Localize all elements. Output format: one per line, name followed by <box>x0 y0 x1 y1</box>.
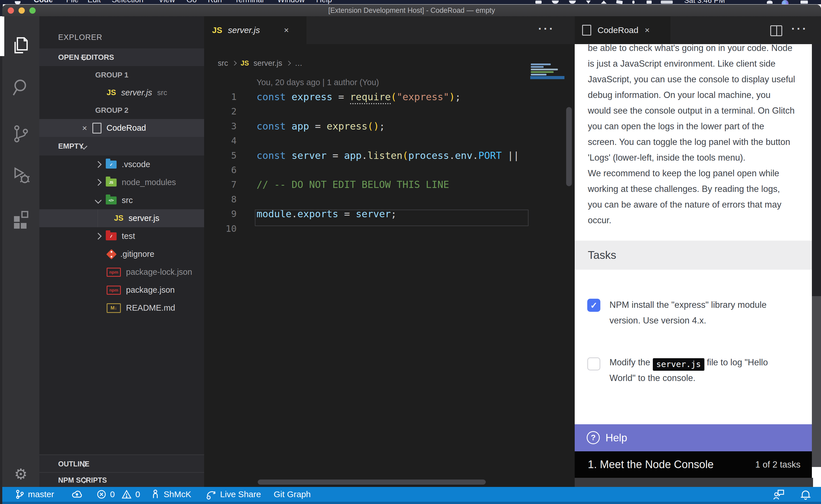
feedback-icon <box>772 488 785 500</box>
open-editor-label: CodeRoad <box>107 123 146 133</box>
editor-vertical-scrollbar[interactable] <box>566 107 572 186</box>
breadcrumb[interactable]: src JS server.js … <box>218 56 303 71</box>
menu-item-help[interactable]: Help <box>316 0 332 4</box>
close-tab-icon[interactable]: × <box>284 25 289 35</box>
control-center-icon[interactable] <box>800 1 808 4</box>
account-status-item[interactable]: ShMcK <box>150 487 191 502</box>
git-graph-status-item[interactable]: Git Graph <box>274 487 311 502</box>
tree-item-readme[interactable]: M↓ README.md <box>39 299 204 317</box>
errors-icon <box>96 489 107 499</box>
branch-status-item[interactable]: master <box>15 487 54 502</box>
cursor-status-icon[interactable] <box>586 1 591 4</box>
menu-item-window[interactable]: Window <box>277 0 305 4</box>
close-icon[interactable]: × <box>82 123 87 133</box>
current-line-highlight <box>255 210 528 226</box>
problems-status-item[interactable]: 0 0 <box>96 487 140 502</box>
outline-section-header[interactable]: OUTLINE <box>39 454 204 473</box>
close-tab-icon[interactable]: × <box>645 25 650 35</box>
tree-item-serverjs[interactable]: JS server.js <box>39 209 204 227</box>
feedback-status-item[interactable] <box>772 487 785 502</box>
mic-status-icon[interactable] <box>632 1 635 4</box>
wifi-status-icon[interactable] <box>647 1 652 4</box>
search-activity-icon[interactable] <box>2 77 39 98</box>
code-line-1[interactable]: const express = require("express"); <box>257 89 461 104</box>
play-status-icon[interactable] <box>601 1 606 4</box>
lesson-text-line: is just a JavaScript environment. Like c… <box>588 56 816 71</box>
tree-item-package-lock[interactable]: npm package-lock.json <box>39 263 204 281</box>
tab-serverjs[interactable]: JS server.js × <box>204 16 307 44</box>
lesson-text-line: you can be aware of the nature of errors… <box>588 197 816 212</box>
webview-scrollbar-track[interactable] <box>812 296 821 467</box>
lesson-text-line: be able to check what's going on in your… <box>588 44 816 56</box>
open-editors-header[interactable]: OPEN EDITORS <box>39 48 204 66</box>
source-control-icon <box>12 124 30 144</box>
tree-item-node-modules[interactable]: JS node_modules <box>39 173 204 191</box>
menu-item-code[interactable]: Code <box>34 0 53 4</box>
lesson-footer[interactable]: 1. Meet the Node Console 1 of 2 tasks <box>575 451 812 478</box>
breadcrumb-file[interactable]: server.js <box>254 59 282 68</box>
run-debug-activity-icon[interactable] <box>2 165 39 185</box>
workspace-section-header[interactable]: EMPTY <box>39 137 204 155</box>
webview-bottom-strip <box>575 478 813 487</box>
menu-item-edit[interactable]: Edit <box>87 0 101 4</box>
code-line-5[interactable]: const server = app.listen(process.env.PO… <box>257 148 529 163</box>
lesson-text-line: debug information. On your local machine… <box>588 87 816 103</box>
live-share-status-item[interactable]: Live Share <box>205 487 261 502</box>
tab-coderoad[interactable]: CodeRoad × <box>575 16 671 44</box>
pencil-status-icon[interactable] <box>616 0 623 4</box>
line-number: 4 <box>204 133 237 148</box>
task1-text-line1: NPM install the "express" library module <box>609 297 806 313</box>
sync-status-item[interactable] <box>71 487 83 502</box>
tree-item-package-json[interactable]: npm package.json <box>39 281 204 299</box>
menu-item-selection[interactable]: Selection <box>112 0 143 4</box>
explorer-activity-icon[interactable] <box>2 36 39 57</box>
tree-item-test[interactable]: ⌇ test <box>39 227 204 245</box>
shield-status-icon[interactable] <box>552 1 559 4</box>
person-icon <box>150 489 160 500</box>
editor-horizontal-scrollbar[interactable] <box>258 480 486 485</box>
code-line-3[interactable]: const app = express(); <box>257 119 385 134</box>
titlebar[interactable]: [Extension Development Host] - CodeRoad … <box>2 5 821 16</box>
menu-item-go[interactable]: Go <box>186 0 197 4</box>
settings-activity-icon[interactable]: ⚙ <box>2 466 39 483</box>
editor-actions-more-icon[interactable]: ··· <box>791 22 808 35</box>
menubar-clock[interactable]: Sat 3:46 PM <box>684 0 725 4</box>
siri-icon[interactable] <box>782 0 789 4</box>
minimap[interactable] <box>530 61 567 198</box>
tree-item-gitignore[interactable]: .gitignore <box>39 245 204 263</box>
tree-item-src[interactable]: </> src <box>39 191 204 209</box>
menu-item-run[interactable]: Run <box>208 0 222 4</box>
apple-menu-icon[interactable] <box>15 1 21 4</box>
tree-item-vscode[interactable]: ✓ .vscode <box>39 155 204 173</box>
task2-checkbox[interactable] <box>587 357 600 370</box>
battery-status-icon[interactable] <box>661 1 673 4</box>
line-number: 5 <box>204 148 237 163</box>
breadcrumb-root[interactable]: src <box>218 59 228 68</box>
notifications-status-item[interactable] <box>799 487 812 502</box>
split-editor-icon[interactable] <box>770 25 782 36</box>
live-share-icon <box>205 488 217 500</box>
phone-status-icon[interactable] <box>535 1 542 4</box>
npm-scripts-section-header[interactable]: NPM SCRIPTS <box>39 472 204 487</box>
bell-icon <box>799 488 812 501</box>
menu-item-view[interactable]: View <box>158 0 175 4</box>
chevron-right-icon <box>95 179 101 186</box>
coderoad-webview: be able to check what's going on in your… <box>575 44 821 478</box>
help-bar[interactable]: ? Help <box>575 424 812 451</box>
editor-actions-more-icon[interactable]: ··· <box>538 22 555 35</box>
code-line-7[interactable]: // -- DO NOT EDIT BELOW THIS LINE <box>257 177 449 192</box>
task1-checkbox[interactable]: ✓ <box>587 299 600 312</box>
breadcrumb-more[interactable]: … <box>295 59 303 68</box>
extensions-activity-icon[interactable] <box>2 209 39 230</box>
menu-item-terminal[interactable]: Terminal <box>235 0 264 4</box>
menu-item-file[interactable]: File <box>66 0 79 4</box>
help-label: Help <box>605 424 627 451</box>
shield2-status-icon[interactable] <box>569 1 576 4</box>
spotlight-icon[interactable] <box>767 1 773 4</box>
desktop-sliver-white <box>0 16 2 56</box>
webview-scrollbar-thumb[interactable] <box>812 44 821 296</box>
source-control-activity-icon[interactable] <box>2 124 39 144</box>
git-graph-label: Git Graph <box>274 489 311 499</box>
open-editor-coderoad[interactable]: × CodeRoad <box>39 119 204 137</box>
open-editor-serverjs[interactable]: JS server.js src <box>39 84 204 101</box>
